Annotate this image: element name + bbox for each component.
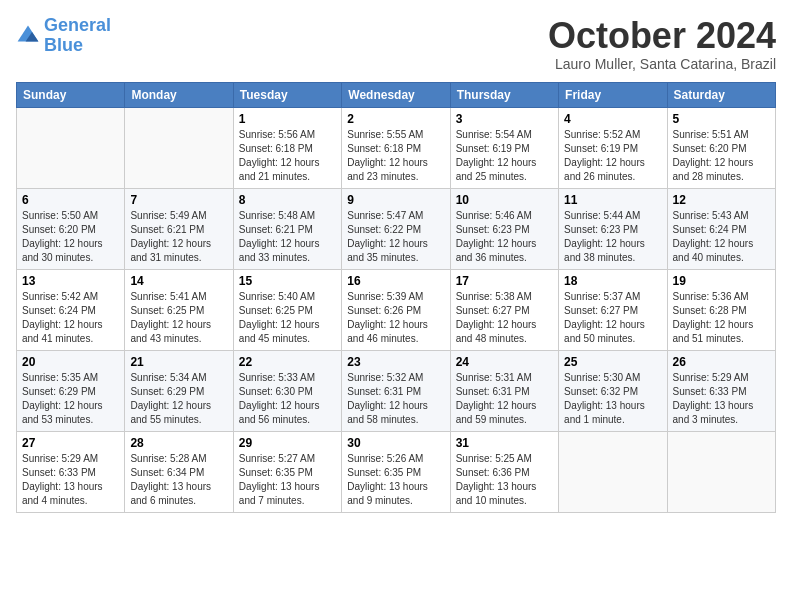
day-number: 8 xyxy=(239,193,336,207)
calendar-cell: 21Sunrise: 5:34 AM Sunset: 6:29 PM Dayli… xyxy=(125,350,233,431)
day-info: Sunrise: 5:46 AM Sunset: 6:23 PM Dayligh… xyxy=(456,209,553,265)
calendar-cell: 5Sunrise: 5:51 AM Sunset: 6:20 PM Daylig… xyxy=(667,107,775,188)
day-number: 27 xyxy=(22,436,119,450)
day-info: Sunrise: 5:34 AM Sunset: 6:29 PM Dayligh… xyxy=(130,371,227,427)
calendar-week-4: 20Sunrise: 5:35 AM Sunset: 6:29 PM Dayli… xyxy=(17,350,776,431)
logo-icon xyxy=(16,24,40,48)
day-number: 7 xyxy=(130,193,227,207)
calendar-cell: 6Sunrise: 5:50 AM Sunset: 6:20 PM Daylig… xyxy=(17,188,125,269)
day-info: Sunrise: 5:39 AM Sunset: 6:26 PM Dayligh… xyxy=(347,290,444,346)
day-info: Sunrise: 5:33 AM Sunset: 6:30 PM Dayligh… xyxy=(239,371,336,427)
calendar-cell: 9Sunrise: 5:47 AM Sunset: 6:22 PM Daylig… xyxy=(342,188,450,269)
calendar-cell: 13Sunrise: 5:42 AM Sunset: 6:24 PM Dayli… xyxy=(17,269,125,350)
column-header-thursday: Thursday xyxy=(450,82,558,107)
day-number: 1 xyxy=(239,112,336,126)
calendar-table: SundayMondayTuesdayWednesdayThursdayFrid… xyxy=(16,82,776,513)
day-number: 22 xyxy=(239,355,336,369)
calendar-cell: 8Sunrise: 5:48 AM Sunset: 6:21 PM Daylig… xyxy=(233,188,341,269)
calendar-week-3: 13Sunrise: 5:42 AM Sunset: 6:24 PM Dayli… xyxy=(17,269,776,350)
day-number: 9 xyxy=(347,193,444,207)
calendar-cell: 31Sunrise: 5:25 AM Sunset: 6:36 PM Dayli… xyxy=(450,431,558,512)
calendar-cell: 4Sunrise: 5:52 AM Sunset: 6:19 PM Daylig… xyxy=(559,107,667,188)
day-number: 6 xyxy=(22,193,119,207)
calendar-cell: 27Sunrise: 5:29 AM Sunset: 6:33 PM Dayli… xyxy=(17,431,125,512)
day-number: 20 xyxy=(22,355,119,369)
day-info: Sunrise: 5:44 AM Sunset: 6:23 PM Dayligh… xyxy=(564,209,661,265)
calendar-cell: 2Sunrise: 5:55 AM Sunset: 6:18 PM Daylig… xyxy=(342,107,450,188)
calendar-cell: 16Sunrise: 5:39 AM Sunset: 6:26 PM Dayli… xyxy=(342,269,450,350)
day-info: Sunrise: 5:32 AM Sunset: 6:31 PM Dayligh… xyxy=(347,371,444,427)
day-number: 28 xyxy=(130,436,227,450)
day-number: 11 xyxy=(564,193,661,207)
calendar-cell: 11Sunrise: 5:44 AM Sunset: 6:23 PM Dayli… xyxy=(559,188,667,269)
header-row: SundayMondayTuesdayWednesdayThursdayFrid… xyxy=(17,82,776,107)
day-number: 31 xyxy=(456,436,553,450)
day-info: Sunrise: 5:29 AM Sunset: 6:33 PM Dayligh… xyxy=(22,452,119,508)
day-number: 17 xyxy=(456,274,553,288)
column-header-friday: Friday xyxy=(559,82,667,107)
calendar-cell xyxy=(667,431,775,512)
day-number: 10 xyxy=(456,193,553,207)
column-header-tuesday: Tuesday xyxy=(233,82,341,107)
calendar-cell: 15Sunrise: 5:40 AM Sunset: 6:25 PM Dayli… xyxy=(233,269,341,350)
calendar-cell: 14Sunrise: 5:41 AM Sunset: 6:25 PM Dayli… xyxy=(125,269,233,350)
day-info: Sunrise: 5:50 AM Sunset: 6:20 PM Dayligh… xyxy=(22,209,119,265)
day-info: Sunrise: 5:38 AM Sunset: 6:27 PM Dayligh… xyxy=(456,290,553,346)
day-number: 30 xyxy=(347,436,444,450)
logo-line1: General xyxy=(44,15,111,35)
day-number: 3 xyxy=(456,112,553,126)
day-info: Sunrise: 5:28 AM Sunset: 6:34 PM Dayligh… xyxy=(130,452,227,508)
day-info: Sunrise: 5:41 AM Sunset: 6:25 PM Dayligh… xyxy=(130,290,227,346)
day-number: 29 xyxy=(239,436,336,450)
day-info: Sunrise: 5:49 AM Sunset: 6:21 PM Dayligh… xyxy=(130,209,227,265)
day-number: 23 xyxy=(347,355,444,369)
calendar-cell xyxy=(125,107,233,188)
day-info: Sunrise: 5:51 AM Sunset: 6:20 PM Dayligh… xyxy=(673,128,770,184)
calendar-week-2: 6Sunrise: 5:50 AM Sunset: 6:20 PM Daylig… xyxy=(17,188,776,269)
calendar-cell: 26Sunrise: 5:29 AM Sunset: 6:33 PM Dayli… xyxy=(667,350,775,431)
day-number: 24 xyxy=(456,355,553,369)
day-number: 2 xyxy=(347,112,444,126)
day-info: Sunrise: 5:43 AM Sunset: 6:24 PM Dayligh… xyxy=(673,209,770,265)
logo-text: General Blue xyxy=(44,16,111,56)
day-number: 18 xyxy=(564,274,661,288)
day-number: 13 xyxy=(22,274,119,288)
calendar-cell: 18Sunrise: 5:37 AM Sunset: 6:27 PM Dayli… xyxy=(559,269,667,350)
day-info: Sunrise: 5:54 AM Sunset: 6:19 PM Dayligh… xyxy=(456,128,553,184)
calendar-cell: 17Sunrise: 5:38 AM Sunset: 6:27 PM Dayli… xyxy=(450,269,558,350)
location-subtitle: Lauro Muller, Santa Catarina, Brazil xyxy=(548,56,776,72)
day-info: Sunrise: 5:27 AM Sunset: 6:35 PM Dayligh… xyxy=(239,452,336,508)
calendar-cell xyxy=(17,107,125,188)
calendar-cell: 1Sunrise: 5:56 AM Sunset: 6:18 PM Daylig… xyxy=(233,107,341,188)
day-number: 15 xyxy=(239,274,336,288)
calendar-cell xyxy=(559,431,667,512)
calendar-cell: 10Sunrise: 5:46 AM Sunset: 6:23 PM Dayli… xyxy=(450,188,558,269)
day-number: 19 xyxy=(673,274,770,288)
month-title: October 2024 xyxy=(548,16,776,56)
day-info: Sunrise: 5:25 AM Sunset: 6:36 PM Dayligh… xyxy=(456,452,553,508)
calendar-cell: 30Sunrise: 5:26 AM Sunset: 6:35 PM Dayli… xyxy=(342,431,450,512)
column-header-monday: Monday xyxy=(125,82,233,107)
day-info: Sunrise: 5:47 AM Sunset: 6:22 PM Dayligh… xyxy=(347,209,444,265)
column-header-sunday: Sunday xyxy=(17,82,125,107)
calendar-cell: 29Sunrise: 5:27 AM Sunset: 6:35 PM Dayli… xyxy=(233,431,341,512)
calendar-cell: 3Sunrise: 5:54 AM Sunset: 6:19 PM Daylig… xyxy=(450,107,558,188)
day-number: 16 xyxy=(347,274,444,288)
page-header: General Blue October 2024 Lauro Muller, … xyxy=(16,16,776,72)
day-info: Sunrise: 5:48 AM Sunset: 6:21 PM Dayligh… xyxy=(239,209,336,265)
day-info: Sunrise: 5:55 AM Sunset: 6:18 PM Dayligh… xyxy=(347,128,444,184)
day-number: 5 xyxy=(673,112,770,126)
calendar-cell: 24Sunrise: 5:31 AM Sunset: 6:31 PM Dayli… xyxy=(450,350,558,431)
day-number: 4 xyxy=(564,112,661,126)
day-info: Sunrise: 5:36 AM Sunset: 6:28 PM Dayligh… xyxy=(673,290,770,346)
day-info: Sunrise: 5:52 AM Sunset: 6:19 PM Dayligh… xyxy=(564,128,661,184)
calendar-cell: 12Sunrise: 5:43 AM Sunset: 6:24 PM Dayli… xyxy=(667,188,775,269)
calendar-cell: 19Sunrise: 5:36 AM Sunset: 6:28 PM Dayli… xyxy=(667,269,775,350)
logo-line2: Blue xyxy=(44,35,83,55)
day-info: Sunrise: 5:37 AM Sunset: 6:27 PM Dayligh… xyxy=(564,290,661,346)
day-info: Sunrise: 5:30 AM Sunset: 6:32 PM Dayligh… xyxy=(564,371,661,427)
calendar-cell: 7Sunrise: 5:49 AM Sunset: 6:21 PM Daylig… xyxy=(125,188,233,269)
calendar-cell: 28Sunrise: 5:28 AM Sunset: 6:34 PM Dayli… xyxy=(125,431,233,512)
calendar-cell: 22Sunrise: 5:33 AM Sunset: 6:30 PM Dayli… xyxy=(233,350,341,431)
calendar-cell: 25Sunrise: 5:30 AM Sunset: 6:32 PM Dayli… xyxy=(559,350,667,431)
